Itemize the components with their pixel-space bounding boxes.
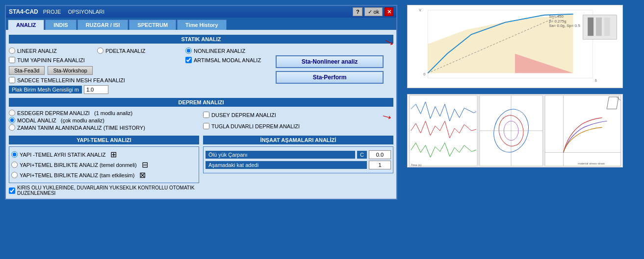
nonlineer-radio[interactable]: [185, 47, 192, 54]
title-bar: STA4-CAD PROJE OPSIYONLARI ? ✓ ok ✕: [6, 6, 396, 18]
donmeli-radio[interactable]: [11, 162, 18, 168]
help-button[interactable]: ?: [353, 7, 362, 16]
tabs-bar: ANALIZ INDIS RUZGAR / ISI SPECTRUM Time …: [6, 18, 396, 30]
svg-text:β= 0.275g: β= 0.275g: [549, 19, 566, 24]
esdeger-radio[interactable]: [9, 110, 15, 116]
ok-checkmark: ✓: [368, 9, 372, 15]
ok-button[interactable]: ✓ ok: [364, 7, 383, 16]
tab-indis[interactable]: INDIS: [45, 20, 76, 30]
ayri-radio[interactable]: [11, 151, 18, 158]
yapi-header: YAPI-TEMEL ANALIZI: [9, 136, 199, 144]
menu-bar: PROJE OPSIYONLARI: [43, 9, 104, 15]
lineer-label: LINEER ANALIZ: [17, 48, 57, 54]
zaman-radio[interactable]: [9, 124, 15, 131]
yapi-section: YAPI -TEMEL AYRI STATIK ANALIZ ⊞ YAPI+TE…: [9, 146, 199, 183]
zaman-label: ZAMAN TANIM ALANINDA ANALIZ (TIME HISTOR…: [17, 125, 145, 131]
kiris-option: KIRIS OLU YUKLERINDE, DUVARLARIN YUKSEKL…: [9, 185, 199, 196]
tab-analiz[interactable]: ANALIZ: [8, 20, 44, 30]
kiris-checkbox[interactable]: [9, 188, 15, 194]
close-button[interactable]: ✕: [385, 7, 393, 16]
ayri-option: YAPI -TEMEL AYRI STATIK ANALIZ ⊞: [11, 150, 197, 159]
bottom-chart-container: Time (s) material stress-strain: [407, 94, 639, 167]
modal-option: MODAL ANALIZ (çok modlu analiz): [9, 117, 199, 123]
plak-label: Plak Birim Mesh Genisligi m: [9, 86, 82, 94]
svg-text:material stress-strain: material stress-strain: [578, 162, 605, 165]
donmeli-option: YAPI+TEMEL BIRLIKTE ANALIZ (temel donmel…: [11, 160, 197, 169]
deprem-header: DEPREM ANALIZI: [9, 98, 393, 107]
etkilesim-label: YAPI+TEMEL BIRLIKTE ANALIZ (tam etkilesi…: [20, 172, 134, 178]
yapi-options-row: YAPI -TEMEL AYRI STATIK ANALIZ ⊞ YAPI+TE…: [11, 149, 197, 181]
tab-timehistory[interactable]: Time History: [177, 20, 226, 30]
sadece-label: SADECE TEMELLERIN MESH FEA ANALIZI: [17, 77, 125, 83]
plak-input[interactable]: [84, 85, 108, 94]
asamadaki-input[interactable]: [369, 161, 391, 169]
bottom-sections: YAPI-TEMEL ANALIZI YAPI -TEMEL AYRI STAT…: [9, 134, 393, 196]
workshop-button[interactable]: Sta-Workshop: [48, 66, 93, 75]
lineer-radio[interactable]: [9, 47, 15, 54]
olu-yuk-input[interactable]: [369, 150, 391, 159]
kiris-label: KIRIS OLU YUKLERINDE, DUVARLARIN YUKSEKL…: [17, 185, 199, 196]
top-chart: Sn= 450 β= 0.275g Sa= 0.0g, Sp= 0.5 0 V …: [407, 5, 623, 88]
artimsal-checkbox[interactable]: [185, 57, 192, 63]
tum-yapi-option: TUM YAPININ FEA ANALIZI: [9, 57, 95, 63]
svg-rect-8: [604, 18, 610, 36]
nonlineer-option: NONLINEER ANALIZ: [185, 47, 272, 54]
asamadaki-row: Aşamadaki kat adedi: [206, 161, 391, 169]
lineer-option: LINEER ANALIZ: [9, 47, 95, 54]
ok-label: ok: [373, 9, 379, 15]
etkilesim-radio[interactable]: [11, 172, 18, 178]
perform-button[interactable]: Sta-Perform: [276, 71, 384, 84]
sadece-checkbox[interactable]: [9, 77, 15, 83]
struct-icon-2: ⊟: [142, 160, 148, 169]
fea3d-button[interactable]: Sta-Fea3d: [9, 66, 45, 75]
menu-proje[interactable]: PROJE: [43, 9, 61, 15]
artimsal-label: ARTIMSAL MODAL ANALIZ: [194, 57, 261, 63]
tum-yapi-checkbox[interactable]: [9, 57, 15, 63]
statik-right: Sta-Nonlineer analiz Sta-Perform: [276, 46, 393, 96]
dusey-checkbox[interactable]: [203, 112, 209, 118]
main-window: STA4-CAD PROJE OPSIYONLARI ? ✓ ok ✕ ANAL…: [5, 5, 397, 200]
struct-icon-1: ⊞: [110, 150, 117, 159]
sub-options: TUM YAPININ FEA ANALIZI ARTIMSAL MODAL A…: [9, 56, 272, 64]
bottom-chart-svg: Time (s) material stress-strain: [408, 94, 622, 167]
menu-opsiyonlari[interactable]: OPSIYONLARI: [68, 9, 104, 15]
nonlineer-analiz-button[interactable]: Sta-Nonlineer analiz: [276, 55, 384, 68]
deprem-section: ESDEGER DEPREM ANALIZI (1 modlu analiz) …: [9, 109, 393, 132]
window-controls: ? ✓ ok ✕: [353, 7, 393, 16]
insaat-section: Ölü yük Çarpanı C Aşamadaki kat adedi: [203, 146, 393, 173]
top-chart-container: Sn= 450 β= 0.275g Sa= 0.0g, Sp= 0.5 0 V …: [407, 5, 639, 88]
olu-yuk-row: Ölü yük Çarpanı C: [206, 150, 391, 159]
svg-text:Time (s): Time (s): [411, 164, 421, 166]
ayri-label: YAPI -TEMEL AYRI STATIK ANALIZ: [20, 152, 105, 158]
svg-text:V: V: [419, 8, 421, 12]
svg-text:Sa= 0.0g, Sp= 0.5: Sa= 0.0g, Sp= 0.5: [549, 24, 580, 28]
tugla-option: TUGLA DUVARLI DEPREM ANALIZI: [203, 123, 393, 129]
app-name: STA4-CAD: [9, 8, 38, 15]
etkilesim-option: YAPI+TEMEL BIRLIKTE ANALIZ (tam etkilesi…: [11, 170, 197, 180]
tugla-label: TUGLA DUVARLI DEPREM ANALIZI: [211, 123, 300, 129]
right-panel: Sn= 450 β= 0.275g Sa= 0.0g, Sp= 0.5 0 V …: [402, 0, 644, 172]
dusey-label: DUSEY DEPREM ANALIZI: [211, 112, 276, 118]
sadece-option: SADECE TEMELLERIN MESH FEA ANALIZI: [9, 77, 272, 83]
svg-rect-24: [545, 95, 620, 166]
pdelta-label: PDELTA ANALIZ: [105, 48, 146, 54]
tab-spectrum[interactable]: SPECTRUM: [129, 20, 176, 30]
dusey-option: DUSEY DEPREM ANALIZI: [203, 112, 393, 118]
insaat-header: İNŞAAT AŞAMALARI ANALİZİ: [203, 136, 393, 144]
pdelta-radio[interactable]: [97, 47, 103, 54]
deprem-left: ESDEGER DEPREM ANALIZI (1 modlu analiz) …: [9, 109, 199, 132]
esdeger-option: ESDEGER DEPREM ANALIZI (1 modlu analiz): [9, 110, 199, 116]
olu-yuk-letter: C: [357, 151, 367, 159]
tugla-checkbox[interactable]: [203, 123, 209, 129]
modal-radio[interactable]: [9, 117, 15, 123]
svg-rect-6: [588, 18, 593, 36]
yapi-options: YAPI -TEMEL AYRI STATIK ANALIZ ⊞ YAPI+TE…: [11, 149, 197, 181]
plak-row: Plak Birim Mesh Genisligi m: [9, 85, 272, 94]
nonlineer-label: NONLINEER ANALIZ: [194, 48, 245, 54]
olu-yuk-label: Ölü yük Çarpanı: [206, 151, 355, 159]
esdeger-label: ESDEGER DEPREM ANALIZI (1 modlu analiz): [17, 110, 132, 116]
svg-text:Sn= 450: Sn= 450: [549, 14, 564, 19]
bottom-chart: Time (s) material stress-strain: [407, 94, 623, 167]
artimsal-option: ARTIMSAL MODAL ANALIZ: [185, 57, 272, 63]
tab-ruzgar[interactable]: RUZGAR / ISI: [77, 20, 129, 30]
